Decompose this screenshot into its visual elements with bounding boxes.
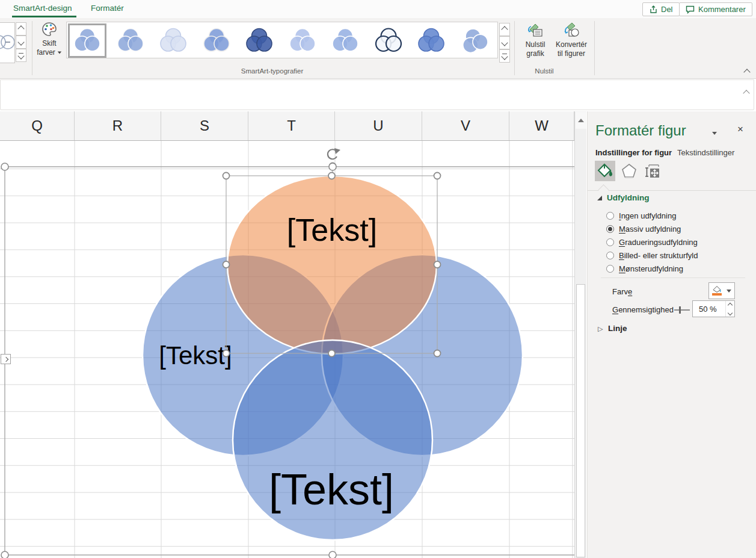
palette-icon (41, 21, 58, 38)
venn-label-bottom[interactable]: [Tekst] (269, 465, 394, 513)
share-button[interactable]: Del (642, 2, 680, 16)
fill-option-mønsterudfyldning[interactable]: Mønsterudfyldning (606, 262, 683, 274)
convert-to-shapes-button[interactable]: Konvertér til figurer (552, 21, 591, 58)
comment-icon (686, 5, 695, 14)
worksheet[interactable]: QRSTUVW [Tekst] [Tekst] [Tekst] (0, 111, 574, 558)
effects-tab-button[interactable] (619, 161, 639, 181)
styles-scroll-down-button[interactable] (499, 36, 510, 49)
transparency-slider-thumb[interactable] (679, 306, 681, 314)
styles-more-button[interactable] (499, 49, 510, 63)
pane-divider (588, 190, 756, 191)
venn-label-left[interactable]: [Tekst] (159, 341, 232, 370)
tab-formater[interactable]: Formatér (91, 4, 124, 13)
spin-up-button[interactable] (726, 301, 734, 309)
pentagon-icon (621, 163, 638, 179)
sheet-canvas: [Tekst] [Tekst] [Tekst] (0, 141, 574, 558)
spinner-arrows (725, 301, 734, 317)
ribbon: Skift farver SmartArt-typografier Nulsti… (0, 18, 756, 79)
smartart-style-option-8[interactable] (369, 25, 408, 57)
fill-option-billed-eller-strukturfyld[interactable]: Billed- eller strukturfyld (606, 249, 698, 261)
paint-bucket-icon (597, 163, 613, 179)
radio-button[interactable] (606, 225, 614, 233)
fill-line-tab-button[interactable] (595, 161, 615, 181)
fill-option-ingen-udfyldning[interactable]: Ingen udfyldning (606, 209, 676, 222)
transparency-value: 50 % (699, 305, 717, 314)
column-header-T[interactable]: T (248, 111, 335, 140)
pane-tab-shape-options[interactable]: Indstillinger for figur (595, 148, 672, 157)
pane-menu-arrow[interactable] (712, 128, 717, 137)
scroll-up-button[interactable] (576, 112, 586, 129)
smartart-style-option-5[interactable] (240, 25, 278, 57)
group-divider (514, 21, 515, 75)
active-tab-underline (12, 16, 76, 17)
scroll-up-icon (578, 119, 584, 122)
collapse-ribbon-button[interactable] (745, 66, 749, 77)
venn-diagram: [Tekst] [Tekst] [Tekst] (143, 176, 523, 540)
format-shape-pane: Formatér figur × Indstillinger for figur… (587, 111, 756, 558)
radio-label: Billed- eller strukturfyld (619, 251, 698, 260)
column-header-V[interactable]: V (422, 111, 509, 140)
pane-tab-text-options[interactable]: Tekstindstillinger (677, 148, 734, 157)
ribbon-tab-row: SmartArt-design Formatér Del Kommentarer (0, 0, 756, 18)
reset-graphic-icon (526, 21, 544, 39)
smartart-style-option-2[interactable] (111, 25, 150, 57)
fill-color-button[interactable] (708, 282, 735, 299)
pane-title: Formatér figur (595, 122, 686, 139)
scrollbar-thumb[interactable] (576, 284, 585, 557)
color-label: Farve (612, 287, 632, 296)
formula-bar[interactable] (0, 79, 754, 110)
smartart-style-option-9[interactable] (412, 25, 450, 57)
column-header-W[interactable]: W (509, 111, 574, 140)
convert-to-shapes-icon (562, 21, 580, 39)
venn-label-top[interactable]: [Tekst] (287, 212, 377, 247)
radio-label: Mønsterudfyldning (619, 264, 683, 273)
smartart-style-option-4[interactable] (197, 25, 236, 57)
excel-window: SmartArt-design Formatér Del Kommentarer (0, 0, 756, 558)
transparency-spinbox[interactable]: 50 % (692, 300, 735, 317)
radio-button[interactable] (606, 252, 614, 259)
smartart-style-option-7[interactable] (326, 25, 364, 57)
tab-smartart-design[interactable]: SmartArt-design (13, 4, 72, 13)
fill-option-gradueringsudfyldning[interactable]: Gradueringsudfyldning (606, 236, 698, 248)
group-label-reset: Nulstil (523, 67, 565, 75)
column-header-S[interactable]: S (161, 111, 248, 140)
layout-thumbnail-partial-icon (0, 23, 14, 63)
column-header-R[interactable]: R (75, 111, 161, 140)
smartart-style-option-6[interactable] (283, 25, 322, 57)
fill-option-massiv-udfyldning[interactable]: Massiv udfyldning (606, 223, 681, 235)
radio-label: Massiv udfyldning (619, 225, 681, 234)
column-header-Q[interactable]: Q (0, 111, 75, 140)
fill-section-header[interactable]: Udfyldning (607, 193, 650, 202)
size-properties-tab-button[interactable] (642, 161, 662, 181)
comments-button[interactable]: Kommentarer (679, 2, 752, 16)
change-colors-button[interactable]: Skift farver (34, 21, 65, 57)
reset-graphic-button[interactable]: Nulstil grafik (518, 21, 552, 58)
spin-down-button[interactable] (726, 309, 734, 317)
venn-circle-top-selected[interactable] (227, 176, 437, 354)
smartart-styles-gallery (66, 22, 498, 58)
layouts-more-button[interactable] (16, 49, 26, 62)
smartart-style-option-10[interactable] (455, 25, 494, 57)
smartart-style-option-1[interactable] (68, 23, 106, 58)
smartart-text-pane-toggle[interactable] (1, 354, 11, 364)
radio-label: Ingen udfyldning (619, 211, 676, 220)
transparency-slider[interactable] (674, 309, 690, 311)
column-header-U[interactable]: U (335, 111, 422, 140)
layouts-gallery-partial (0, 22, 15, 63)
pane-close-icon[interactable]: × (737, 124, 743, 134)
line-section-header[interactable]: Linje (608, 324, 627, 333)
radio-button[interactable] (606, 212, 614, 220)
vertical-scrollbar[interactable] (574, 111, 586, 558)
section-expanded-icon[interactable] (597, 196, 602, 200)
radio-button[interactable] (606, 238, 614, 246)
expand-formula-bar-chevron[interactable] (744, 87, 749, 98)
radio-label: Gradueringsudfyldning (619, 238, 698, 247)
fill-color-swatch-icon (712, 286, 722, 296)
styles-scroll-up-button[interactable] (499, 23, 510, 36)
layouts-scroll-up-button[interactable] (16, 22, 26, 36)
layouts-scroll-down-button[interactable] (16, 36, 26, 49)
pane-divider (601, 277, 745, 278)
smartart-style-option-3[interactable] (154, 25, 192, 57)
radio-button[interactable] (606, 265, 614, 273)
section-collapsed-icon[interactable]: ▷ (598, 325, 603, 333)
